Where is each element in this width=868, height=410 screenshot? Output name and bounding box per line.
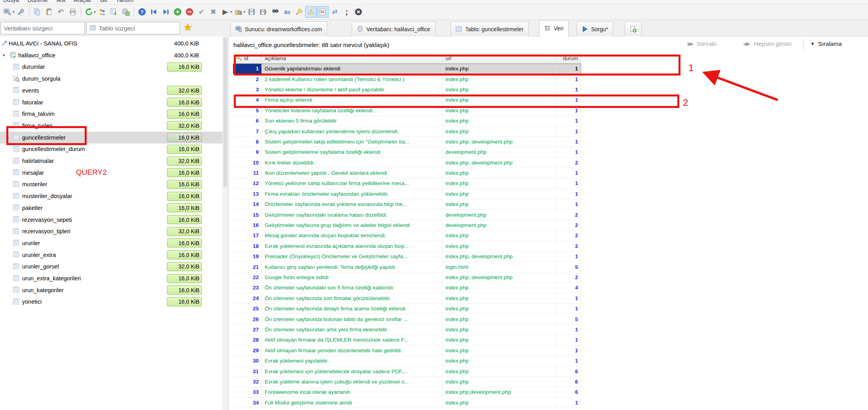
tree-item-firma_turleri[interactable]: firma_turleri32,0 KiB	[0, 120, 222, 132]
table-row-6[interactable]: 6Son eklenen 5 firma görülebilirindex.ph…	[233, 116, 581, 126]
cell-id[interactable]: 21	[233, 262, 262, 272]
table-row-22[interactable]: 22Google fonts entegre edildiindex.php, …	[233, 272, 581, 283]
cell-aciklama[interactable]: Geliştirmeler sayfasına grup dağılımı ve…	[262, 220, 443, 230]
cell-url[interactable]: index.php	[443, 178, 556, 188]
table-row-7[interactable]: 7Çıkış yaparken kullanılan yönlendirme i…	[233, 126, 581, 136]
cell-durum[interactable]: 2	[556, 241, 581, 251]
column-header-durum[interactable]: durum	[556, 53, 581, 63]
cell-durum[interactable]: 4	[556, 283, 581, 293]
cell-aciklama[interactable]: Ön izlemeler sayfasından artık yeni firm…	[262, 325, 443, 334]
export-rows-button[interactable]	[108, 6, 120, 18]
table-row-5[interactable]: 5Yöneticiler listesine sayfalama özelliğ…	[233, 106, 581, 116]
cell-durum[interactable]: 1	[556, 116, 581, 126]
column-header-id[interactable]: id	[233, 53, 262, 63]
cell-durum[interactable]: 1	[556, 64, 581, 74]
tree-item-musteriler[interactable]: musteriler16,0 KiB	[0, 178, 222, 190]
cell-aciklama[interactable]: Yönetici ekleme / düzenleme / aktif-pasi…	[262, 85, 443, 94]
tree-item-yonetici[interactable]: yonetici16,0 KiB	[0, 296, 222, 308]
insert-record-button[interactable]	[172, 6, 184, 18]
cell-aciklama[interactable]: Sistem geliştirmelerine sayfalama özelli…	[262, 147, 443, 157]
cell-durum[interactable]: 1	[556, 126, 581, 136]
cell-aciklama[interactable]: Evrak yüklemesii esnasında açıklama alan…	[262, 241, 443, 251]
cell-durum[interactable]: 2	[556, 231, 581, 240]
cell-durum[interactable]: 2	[556, 210, 581, 219]
cell-url[interactable]: index.php	[443, 335, 556, 345]
cell-aciklama[interactable]: Ön izlemeler sayfasındaki son 5 firma öz…	[262, 283, 443, 293]
table-row-13[interactable]: 13Firma evrakları önizlemeler sayfasında…	[233, 189, 581, 199]
cell-durum[interactable]: 1	[556, 74, 581, 84]
cell-id[interactable]: 13	[233, 189, 262, 199]
table-row-29[interactable]: 29Aktif olmayan firmalar yeniden düzenle…	[233, 346, 581, 356]
cell-id[interactable]: 4	[233, 95, 262, 105]
table-row-16[interactable]: 16Geliştirmeler sayfasına grup dağılımı …	[233, 220, 581, 231]
tab-table[interactable]: Tablo: guncellestirmeler	[451, 21, 529, 36]
cell-aciklama[interactable]: Aktif olmayan firmalar da İŞLEMLER menüs…	[262, 335, 443, 345]
cell-aciklama[interactable]: Evrak yükleme alanına işlem çubuğu eklen…	[262, 377, 443, 387]
cell-durum[interactable]: 1	[556, 199, 581, 209]
tree-item-paketler[interactable]: paketler16,0 KiB	[0, 202, 222, 214]
cell-durum[interactable]: 1	[556, 251, 581, 261]
reformat-button[interactable]: ⇄	[329, 6, 341, 18]
cell-aciklama[interactable]: Son eklenen 5 firma görülebilir	[262, 116, 443, 126]
cell-durum[interactable]: 1	[556, 106, 581, 115]
find-text-button[interactable]	[269, 6, 281, 18]
table-row-15[interactable]: 15Geliştirmeler sayfasındaki sıralama ha…	[233, 210, 581, 220]
menu-item-düzenle[interactable]: Düzenle	[28, 0, 48, 3]
cell-url[interactable]: index.php, development.php	[443, 137, 556, 147]
favorites-star-icon[interactable]: ★	[183, 21, 192, 34]
table-row-2[interactable]: 22 kademeli Kullanıcı rolleri tanımlandı…	[233, 74, 581, 84]
tree-item-events[interactable]: events32,0 KiB	[0, 85, 222, 96]
cell-id[interactable]: 12	[233, 178, 262, 188]
cell-durum[interactable]: 5	[556, 314, 581, 324]
cell-durum[interactable]: 1	[556, 85, 581, 94]
save-sql-button[interactable]	[246, 6, 258, 18]
cell-url[interactable]: index.php	[443, 398, 556, 408]
save-sql-as-button[interactable]	[258, 6, 269, 18]
cell-aciklama[interactable]: Yönetici yetkisine sahip kullanıcılar fi…	[262, 178, 443, 188]
cell-durum[interactable]: 5	[556, 262, 581, 272]
cell-id[interactable]: 23	[233, 283, 262, 293]
cell-url[interactable]: index.php	[443, 356, 556, 366]
cell-id[interactable]: 34	[233, 398, 262, 408]
cell-url[interactable]: index.php,development.php	[443, 387, 556, 397]
table-row-34[interactable]: 34Full Modul geliştirme sistemine alındı…	[233, 398, 581, 408]
cell-aciklama[interactable]: Ikon düzenlemeleri yapıldı . Gerekli ala…	[262, 168, 443, 178]
paste-button[interactable]	[43, 6, 55, 18]
cell-durum[interactable]: 1	[556, 178, 581, 188]
cell-url[interactable]: index.php	[443, 74, 556, 84]
cell-durum[interactable]: 1	[556, 304, 581, 314]
table-row-21[interactable]: 21Kullanıcı giriş sayfası yenilendi. Tem…	[233, 262, 581, 272]
tree-scrollbar[interactable]	[222, 36, 228, 410]
load-sql-file-button[interactable]	[233, 6, 244, 18]
cell-aciklama[interactable]: Evrak yüklemesi yapılabilir.	[262, 356, 443, 366]
cell-url[interactable]: index.php	[443, 231, 556, 240]
tree-item-rezervasyon_sepeti[interactable]: rezervasyon_sepeti16,0 KiB	[0, 214, 222, 226]
refresh-button[interactable]	[83, 6, 95, 18]
cell-aciklama[interactable]: Firma açılışı eklendi	[262, 95, 443, 105]
cell-url[interactable]: index.php	[443, 126, 556, 136]
cell-id[interactable]: 2	[233, 74, 262, 84]
cell-url[interactable]: index.php	[443, 346, 556, 355]
cell-id[interactable]: 26	[233, 314, 262, 324]
cell-id[interactable]: 16	[233, 220, 262, 230]
stop-query-button[interactable]	[353, 6, 364, 18]
tree-item-halil-avci-sanal-ofis[interactable]: HALIL AVCI - SANAL OFIS400,0 KiB	[0, 38, 222, 49]
cell-url[interactable]: development.php	[443, 210, 556, 219]
tree-item-musteriler_dosyalar[interactable]: musteriler_dosyalar16,0 KiB	[0, 190, 222, 202]
cell-durum[interactable]: 1	[556, 147, 581, 157]
tree-item-hatirlatmalar[interactable]: hatirlatmalar32,0 KiB	[0, 155, 222, 167]
cell-id[interactable]: 24	[233, 293, 262, 303]
tree-expander-icon[interactable]: ▾	[3, 53, 5, 57]
cell-id[interactable]: 5	[233, 106, 262, 115]
menu-item-araçlar[interactable]: Araçlar	[74, 0, 91, 3]
table-row-30[interactable]: 30Evrak yüklemesi yapılabilir.index.php1	[233, 356, 581, 366]
cell-durum[interactable]: 1	[556, 95, 581, 105]
cell-url[interactable]: index.php, development.php	[443, 272, 556, 282]
tree-item-halilavci_office[interactable]: ▾halilavci_office400,0 KiB	[0, 49, 222, 61]
delete-record-button[interactable]	[184, 6, 195, 18]
cell-aciklama[interactable]: Sistem geliştirmeleri takip edilebilmesi…	[262, 137, 443, 147]
cell-aciklama[interactable]: Google fonts entegre edildi	[262, 272, 443, 282]
user-manager-button[interactable]	[96, 6, 108, 18]
cell-durum[interactable]: 1	[556, 356, 581, 366]
cell-durum[interactable]: 2	[556, 158, 581, 168]
